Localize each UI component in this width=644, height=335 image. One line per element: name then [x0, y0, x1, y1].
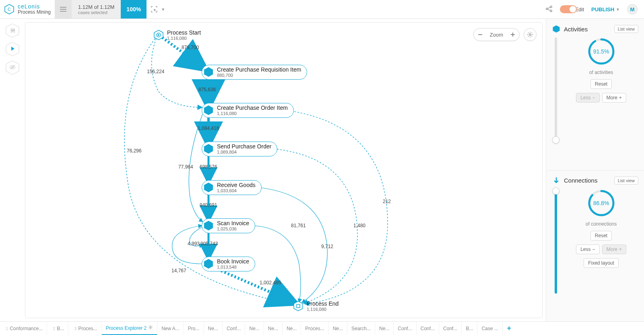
top-bar: C ceLonis Process Mining 1.12M of 1.12M … — [0, 0, 644, 19]
node-process-end[interactable]: Process End1,116,080 — [293, 299, 339, 313]
edge-label: 940,691 — [200, 202, 217, 208]
tab[interactable]: Ne... — [204, 322, 223, 335]
activities-panel: Activities List view 91.5% of activities — [546, 19, 644, 170]
tab[interactable]: Conf... — [417, 322, 439, 335]
svg-point-4 — [550, 10, 551, 11]
eye-off-icon — [9, 64, 16, 72]
play-button[interactable] — [5, 41, 20, 57]
share-icon — [545, 5, 553, 12]
cases-sub: cases selected — [78, 10, 114, 15]
node-send-order[interactable]: Send Purchase Order1,089,804 — [202, 142, 277, 156]
tab[interactable]: Case ... — [477, 322, 502, 335]
tab[interactable]: Ne... — [329, 322, 347, 335]
chevron-down-icon: ▼ — [616, 7, 620, 12]
logo-brand: ceLonis — [18, 4, 51, 10]
connections-list-view-button[interactable]: List view — [614, 177, 638, 185]
minus-icon: − — [592, 247, 595, 252]
activities-slider[interactable] — [553, 37, 559, 142]
activities-reset-button[interactable]: Reset — [590, 79, 612, 89]
share-button[interactable] — [545, 5, 553, 14]
minus-icon — [478, 32, 483, 37]
canvas-settings-button[interactable] — [524, 28, 537, 41]
edit-toggle[interactable] — [560, 5, 577, 13]
tab[interactable]: Conf... — [223, 322, 245, 335]
activities-less-button[interactable]: Less − — [576, 93, 599, 103]
tab[interactable]: 1Conformance... — [0, 322, 47, 335]
edge-label: 4,993 — [188, 241, 200, 247]
zoom-out-button[interactable] — [475, 30, 485, 39]
add-tab-button[interactable]: + — [503, 322, 516, 335]
node-scan-invoice[interactable]: Scan Invoice1,025,036 — [202, 218, 255, 233]
play-icon — [10, 46, 15, 53]
left-toolbar: 卌 — [0, 19, 25, 321]
tab[interactable]: Pro... — [184, 322, 204, 335]
activities-list-view-button[interactable]: List view — [614, 25, 638, 33]
fixed-layout-button[interactable]: Fixed layout — [584, 258, 619, 268]
connections-slider[interactable] — [553, 189, 559, 294]
svg-point-3 — [546, 8, 547, 9]
cases-selected-display[interactable]: 1.12M of 1.12M cases selected — [72, 0, 121, 18]
arrow-down-icon — [552, 176, 561, 185]
edge-label: 14,767 — [171, 268, 186, 273]
activities-percent-ring: 91.5% — [587, 37, 615, 66]
tab[interactable]: Ne... — [245, 322, 264, 335]
plus-icon: + — [619, 247, 622, 252]
tab[interactable]: Search... — [347, 322, 375, 335]
connections-more-button[interactable]: More + — [602, 245, 626, 254]
tallies-button[interactable]: 卌 — [5, 23, 20, 38]
eye-off-button[interactable] — [5, 60, 20, 75]
gear-icon — [527, 31, 533, 38]
hamburger-button[interactable] — [55, 0, 72, 18]
activities-of-label: of activities — [589, 70, 613, 75]
tab[interactable]: Process Explorer 2 — [102, 322, 157, 335]
tab[interactable]: Conf... — [439, 322, 462, 335]
connections-reset-button[interactable]: Reset — [590, 231, 612, 240]
process-canvas[interactable]: Zoom — [25, 22, 543, 318]
edge-label: 905,743 — [200, 241, 218, 247]
edge-label: 81,761 — [291, 223, 306, 228]
sheet-tabs: 1Conformance...2B...3Proces...Process Ex… — [0, 321, 644, 335]
edge-label: 212 — [383, 199, 391, 204]
edge-label: 9,712 — [321, 244, 333, 249]
svg-point-2 — [550, 6, 551, 7]
node-book-invoice[interactable]: Book Invoice1,013,548 — [202, 257, 255, 271]
svg-text:C: C — [8, 7, 11, 12]
zoom-in-button[interactable] — [508, 30, 518, 39]
selection-tool[interactable]: ▼ — [147, 0, 169, 18]
tab[interactable]: Proces... — [301, 322, 328, 335]
svg-marker-15 — [204, 183, 213, 192]
tab[interactable]: Ne... — [283, 322, 301, 335]
svg-point-9 — [529, 34, 531, 35]
logo-hex-icon: C — [4, 4, 14, 14]
chevron-down-icon: ▼ — [161, 7, 165, 12]
avatar[interactable]: M — [627, 4, 638, 14]
edge-label: 77,964 — [178, 164, 193, 170]
node-process-start[interactable]: Process Start1,116,080 — [153, 28, 201, 42]
activities-title: Activities — [564, 26, 611, 33]
cases-percent[interactable]: 100% — [121, 0, 147, 18]
tab[interactable]: Conf... — [394, 322, 416, 335]
activities-more-button[interactable]: More + — [602, 93, 626, 103]
node-receive-goods[interactable]: Receive Goods1,033,604 — [202, 180, 262, 195]
node-create-order[interactable]: Create Purchase Order Item1,116,080 — [202, 103, 294, 118]
hexagon-end-icon — [293, 301, 303, 311]
publish-button[interactable]: PUBLISH ▼ — [591, 6, 620, 12]
tab[interactable]: Ne... — [375, 322, 394, 335]
connections-less-button[interactable]: Less − — [576, 245, 599, 254]
plus-icon — [510, 32, 515, 37]
edge-label: 156,224 — [147, 69, 164, 74]
tab[interactable]: B... — [462, 322, 477, 335]
hamburger-icon — [60, 7, 66, 12]
node-create-requisition[interactable]: Create Purchase Requisition Item880,700 — [202, 65, 307, 80]
hexagon-icon — [203, 220, 214, 231]
tab[interactable]: Ne... — [264, 322, 283, 335]
connections-of-label: of connections — [586, 221, 617, 227]
edge-label: 1,002,485 — [260, 280, 281, 286]
tab[interactable]: 2B... — [47, 322, 68, 335]
tab[interactable]: 3Proces... — [68, 322, 101, 335]
logo[interactable]: C ceLonis Process Mining — [0, 0, 55, 18]
svg-marker-18 — [294, 301, 303, 311]
gear-icon — [148, 325, 153, 331]
tab[interactable]: New A... — [157, 322, 184, 335]
hexagon-icon — [203, 182, 214, 193]
